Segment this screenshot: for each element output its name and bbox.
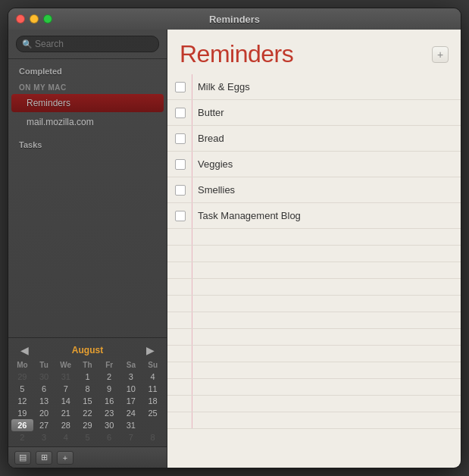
cal-day[interactable]: 15 [77,395,98,407]
search-wrapper: 🔍 [16,36,159,52]
cal-day[interactable]: 7 [120,431,142,443]
cal-day[interactable]: 3 [120,371,142,383]
cal-day[interactable]: 9 [98,383,120,395]
sidebar-item-reminders-label: Reminders [27,98,70,108]
add-list-button[interactable]: + [57,451,73,465]
cal-day[interactable]: 3 [33,431,55,443]
empty-line [167,412,461,429]
reminder-item: Task Management Blog [167,203,461,229]
cal-day[interactable]: 8 [142,431,164,443]
reminder-item: Smellies [167,177,461,203]
cal-day[interactable]: 13 [33,395,55,407]
sidebar-tasks-header: Tasks [8,137,167,152]
empty-line [167,362,461,379]
main-header: Reminders + [167,30,461,74]
calendar-grid: Mo Tu We Th Fr Sa Su 2930311234567891011… [11,359,164,443]
sidebar-item-reminders[interactable]: Reminders [11,94,164,112]
cal-day[interactable]: 11 [142,383,164,395]
cal-day[interactable]: 27 [33,419,55,431]
cal-header-sa: Sa [120,359,142,371]
cal-day[interactable]: 2 [11,431,33,443]
cal-day[interactable]: 6 [33,383,55,395]
cal-header-mo: Mo [11,359,33,371]
minimize-button[interactable] [30,14,39,23]
cal-day[interactable]: 20 [33,407,55,419]
cal-day[interactable]: 26 [11,419,33,431]
cal-day[interactable]: 28 [55,419,77,431]
reminder-checkbox[interactable] [175,159,186,170]
cal-day[interactable]: 31 [120,419,142,431]
calendar-header: ◀ August ▶ [11,344,164,359]
cal-day[interactable]: 24 [120,407,142,419]
reminder-checkbox[interactable] [175,108,186,118]
view-list-button[interactable]: ▤ [14,451,31,465]
cal-day[interactable]: 7 [55,383,77,395]
cal-day[interactable]: 23 [98,407,120,419]
sidebar-group-onmymac: On My Mac [8,79,167,93]
cal-day[interactable]: 29 [11,371,33,383]
window-controls [16,14,52,23]
cal-day[interactable]: 14 [55,395,77,407]
reminder-checkbox[interactable] [175,185,186,196]
cal-day[interactable]: 10 [120,383,142,395]
cal-day[interactable]: 30 [33,371,55,383]
cal-day[interactable]: 12 [11,395,33,407]
cal-day[interactable]: 31 [55,371,77,383]
cal-day[interactable]: 21 [55,407,77,419]
window-title: Reminders [209,14,260,25]
empty-line [167,229,461,246]
cal-day[interactable]: 6 [98,431,120,443]
titlebar: Reminders [8,8,461,30]
cal-day[interactable]: 5 [77,431,98,443]
cal-day[interactable]: 1 [77,371,98,383]
reminder-item: Milk & Eggs [167,74,461,100]
cal-day[interactable]: 29 [77,419,98,431]
reminder-checkbox[interactable] [175,133,186,144]
empty-line [167,279,461,296]
search-bar: 🔍 [8,30,167,59]
empty-line [167,312,461,329]
search-input[interactable] [16,36,159,52]
cal-day[interactable]: 16 [98,395,120,407]
sidebar-completed-header: Completed [8,64,167,79]
reminder-checkbox[interactable] [175,82,186,92]
calendar-section: ◀ August ▶ Mo Tu We Th Fr Sa Su [8,337,167,446]
cal-day[interactable]: 2 [98,371,120,383]
calendar-next-button[interactable]: ▶ [143,344,158,356]
sidebar-item-mail-label: mail.mozilla.com [27,117,94,127]
reminder-text: Butter [193,107,224,118]
close-button[interactable] [16,14,25,23]
cal-header-tu: Tu [33,359,55,371]
reminder-checkbox[interactable] [175,211,186,221]
reminder-item: Bread [167,126,461,152]
empty-line [167,262,461,279]
maximize-button[interactable] [43,14,52,23]
add-icon: + [63,453,67,462]
cal-day[interactable]: 4 [142,371,164,383]
calendar-prev-button[interactable]: ◀ [17,344,32,356]
cal-day[interactable]: 8 [77,383,98,395]
cal-day[interactable]: 18 [142,395,164,407]
empty-line [167,246,461,262]
view-grid-button[interactable]: ⊞ [36,451,52,465]
app-window: Reminders 🔍 Completed On My Mac Reminder… [8,8,461,468]
main-panel: Reminders + Milk & EggsButterBreadVeggie… [167,30,461,468]
reminders-list: Milk & EggsButterBreadVeggiesSmelliesTas… [167,74,461,468]
view-grid-icon: ⊞ [41,453,48,462]
cal-day[interactable]: 22 [77,407,98,419]
cal-day[interactable]: 17 [120,395,142,407]
reminder-text: Bread [193,133,224,144]
cal-day[interactable]: 30 [98,419,120,431]
sidebar-item-mail[interactable]: mail.mozilla.com [11,113,164,131]
cal-day[interactable]: 19 [11,407,33,419]
reminder-text: Task Management Blog [193,210,301,221]
cal-day[interactable]: 25 [142,407,164,419]
cal-header-su: Su [142,359,164,371]
search-icon: 🔍 [22,39,33,49]
add-reminder-button[interactable]: + [432,46,449,63]
reminder-text: Milk & Eggs [193,81,250,92]
cal-day[interactable]: 4 [55,431,77,443]
empty-line [167,329,461,346]
sidebar-list: Completed On My Mac Reminders mail.mozil… [8,59,167,337]
cal-day[interactable]: 5 [11,383,33,395]
